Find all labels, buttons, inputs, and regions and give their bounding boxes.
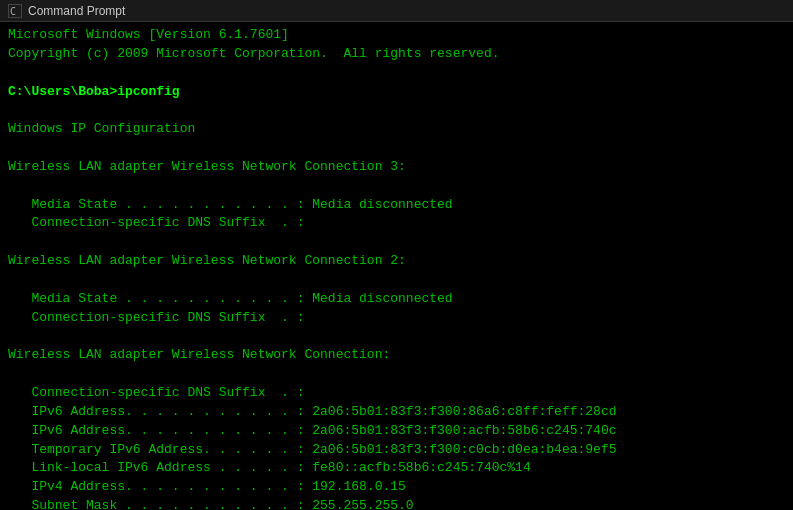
terminal-line: Temporary IPv6 Address. . . . . . : 2a06… [8,441,785,460]
terminal-line: Microsoft Windows [Version 6.1.7601] [8,26,785,45]
terminal-line: Wireless LAN adapter Wireless Network Co… [8,252,785,271]
terminal-line [8,233,785,252]
terminal-output: Microsoft Windows [Version 6.1.7601]Copy… [0,22,793,510]
window-title: Command Prompt [28,4,125,18]
terminal-line: Windows IP Configuration [8,120,785,139]
terminal-line: IPv6 Address. . . . . . . . . . . : 2a06… [8,422,785,441]
cmd-icon: C [8,4,22,18]
svg-text:C: C [10,6,16,17]
terminal-line: Media State . . . . . . . . . . . : Medi… [8,196,785,215]
terminal-line: Wireless LAN adapter Wireless Network Co… [8,158,785,177]
terminal-line [8,139,785,158]
title-bar: C Command Prompt [0,0,793,22]
terminal-line: Connection-specific DNS Suffix . : [8,214,785,233]
terminal-line [8,177,785,196]
terminal-line: Subnet Mask . . . . . . . . . . . : 255.… [8,497,785,510]
terminal-line [8,64,785,83]
terminal-line: IPv4 Address. . . . . . . . . . . : 192.… [8,478,785,497]
terminal-line [8,328,785,347]
terminal-line [8,365,785,384]
terminal-line: C:\Users\Boba>ipconfig [8,83,785,102]
terminal-line: Link-local IPv6 Address . . . . . : fe80… [8,459,785,478]
terminal-line: Wireless LAN adapter Wireless Network Co… [8,346,785,365]
terminal-line [8,271,785,290]
terminal-line: IPv6 Address. . . . . . . . . . . : 2a06… [8,403,785,422]
terminal-line: Connection-specific DNS Suffix . : [8,309,785,328]
terminal-line [8,101,785,120]
terminal-line: Media State . . . . . . . . . . . : Medi… [8,290,785,309]
terminal-line: Copyright (c) 2009 Microsoft Corporation… [8,45,785,64]
terminal-line: Connection-specific DNS Suffix . : [8,384,785,403]
